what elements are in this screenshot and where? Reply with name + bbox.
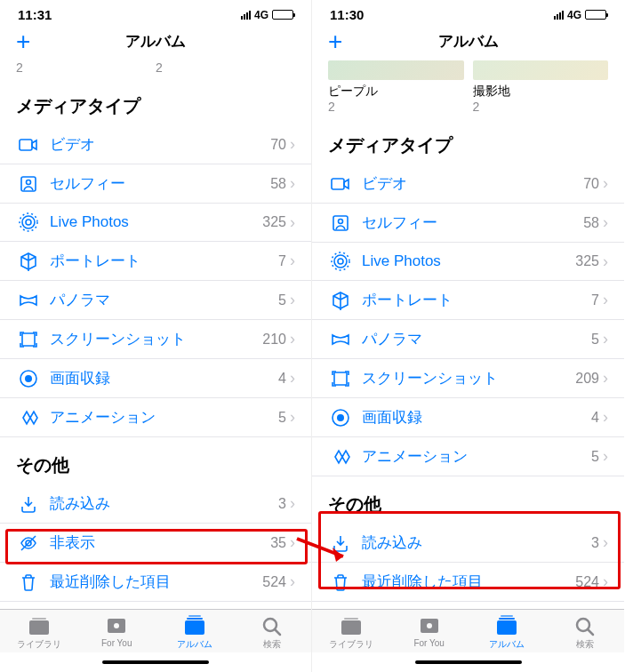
list-row-screenshot[interactable]: スクリーンショット210›: [0, 320, 311, 359]
tab-albums[interactable]: アルバム: [156, 615, 234, 651]
svg-rect-6: [22, 333, 35, 346]
list-row-anim[interactable]: アニメーション5›: [312, 437, 624, 476]
row-count: 325: [575, 253, 599, 269]
chevron-right-icon: ›: [290, 408, 295, 427]
tab-library[interactable]: ライブラリ: [312, 615, 390, 651]
row-label: ポートレート: [50, 251, 278, 271]
list-row-selfie[interactable]: セルフィー58›: [312, 204, 624, 243]
library-icon: [340, 615, 363, 636]
chevron-right-icon: ›: [290, 213, 295, 232]
row-label: パノラマ: [362, 329, 591, 349]
status-time: 11:31: [18, 7, 52, 22]
svg-rect-0: [20, 140, 32, 150]
list-row-selfie[interactable]: セルフィー58›: [0, 164, 311, 204]
tab-label: For You: [413, 638, 444, 648]
add-button[interactable]: +: [16, 29, 30, 54]
list-row-record[interactable]: 画面収録4›: [312, 398, 624, 437]
row-count: 4: [278, 371, 286, 387]
row-count: 524: [262, 574, 286, 590]
list-row-pano[interactable]: パノラマ5›: [0, 281, 311, 320]
section-media-types: メディアタイプ: [312, 117, 624, 164]
chevron-right-icon: ›: [290, 494, 295, 513]
anim-icon: [16, 408, 41, 428]
section-other: その他: [312, 476, 624, 524]
screen-right: 11:30 4G + アルバム ピープル2 撮影地2 メディアタイプ ビデオ70…: [312, 0, 624, 672]
row-label: 最近削除した項目: [50, 572, 262, 592]
row-label: Live Photos: [50, 213, 262, 231]
tab-foryou[interactable]: For You: [78, 615, 156, 651]
svg-rect-30: [344, 618, 358, 620]
tab-foryou[interactable]: For You: [390, 615, 469, 651]
row-label: ビデオ: [362, 173, 583, 194]
other-list: 読み込み3›最近削除した項目524›: [312, 524, 624, 602]
portrait-icon: [328, 291, 353, 310]
list-row-portrait[interactable]: ポートレート7›: [0, 242, 311, 281]
svg-point-28: [337, 414, 344, 421]
hidden-icon: [16, 533, 41, 553]
row-count: 5: [278, 292, 286, 308]
row-count: 5: [591, 449, 599, 465]
list-row-hidden[interactable]: 非表示35›: [0, 524, 311, 563]
row-count: 524: [575, 574, 599, 590]
status-right: 4G: [241, 9, 293, 21]
record-icon: [328, 408, 353, 428]
tab-label: For You: [101, 638, 132, 648]
chevron-right-icon: ›: [290, 252, 295, 270]
list-row-video[interactable]: ビデオ70›: [312, 164, 624, 204]
video-icon: [328, 174, 353, 194]
row-label: ビデオ: [50, 134, 270, 155]
content: 2 2 メディアタイプ ビデオ70›セルフィー58›Live Photos325…: [0, 60, 311, 609]
row-count: 70: [583, 176, 599, 192]
tab-label: 検索: [263, 638, 281, 651]
svg-point-4: [22, 216, 35, 228]
svg-point-22: [339, 219, 343, 223]
tab-search[interactable]: 検索: [546, 615, 624, 651]
svg-rect-15: [185, 620, 204, 635]
list-row-live[interactable]: Live Photos325›: [0, 204, 311, 242]
add-button[interactable]: +: [328, 29, 342, 54]
record-icon: [16, 369, 41, 388]
section-media-types: メディアタイプ: [0, 78, 311, 125]
chevron-right-icon: ›: [290, 174, 295, 193]
status-right: 4G: [554, 9, 606, 21]
tab-albums[interactable]: アルバム: [469, 615, 547, 651]
list-row-pano[interactable]: パノラマ5›: [312, 320, 624, 359]
svg-rect-17: [188, 615, 201, 617]
list-row-anim[interactable]: アニメーション5›: [0, 398, 311, 437]
media-list: ビデオ70›セルフィー58›Live Photos325›ポートレート7›パノラ…: [0, 125, 311, 437]
list-row-import[interactable]: 読み込み3›: [312, 524, 624, 563]
chevron-right-icon: ›: [603, 213, 608, 232]
home-indicator[interactable]: [312, 652, 624, 672]
svg-rect-16: [187, 618, 203, 620]
row-count: 4: [591, 410, 599, 426]
tab-label: ライブラリ: [329, 638, 373, 651]
svg-rect-34: [499, 618, 515, 620]
album-thumbs-row: ピープル2 撮影地2: [312, 60, 624, 117]
list-row-import[interactable]: 読み込み3›: [0, 484, 311, 524]
tab-library[interactable]: ライブラリ: [0, 615, 78, 651]
row-count: 325: [262, 214, 286, 230]
album-people[interactable]: ピープル2: [328, 60, 464, 114]
signal-icon: [554, 11, 564, 20]
list-row-portrait[interactable]: ポートレート7›: [312, 281, 624, 320]
list-row-live[interactable]: Live Photos325›: [312, 243, 624, 281]
album-counts-row: 2 2: [0, 60, 311, 78]
list-row-trash[interactable]: 最近削除した項目524›: [0, 563, 311, 602]
network-label: 4G: [254, 9, 268, 21]
list-row-screenshot[interactable]: スクリーンショット209›: [312, 359, 624, 398]
tab-search[interactable]: 検索: [234, 615, 312, 651]
live-icon: [328, 252, 353, 271]
list-row-trash[interactable]: 最近削除した項目524›: [312, 563, 624, 602]
svg-point-3: [26, 220, 31, 225]
row-count: 58: [583, 215, 599, 231]
row-label: 画面収録: [50, 368, 278, 388]
chevron-right-icon: ›: [290, 533, 295, 552]
list-row-video[interactable]: ビデオ70›: [0, 125, 311, 164]
row-count: 7: [278, 253, 286, 269]
home-indicator[interactable]: [0, 652, 311, 672]
svg-rect-33: [497, 620, 517, 635]
svg-point-32: [427, 623, 432, 628]
list-row-record[interactable]: 画面収録4›: [0, 359, 311, 398]
album-places[interactable]: 撮影地2: [473, 60, 609, 114]
row-label: ポートレート: [362, 290, 591, 310]
